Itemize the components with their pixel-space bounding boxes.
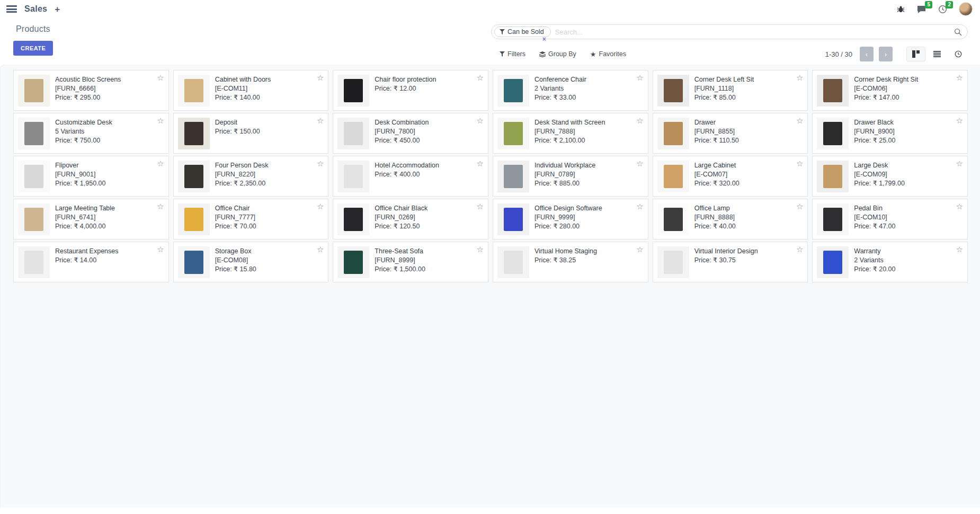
search-bar[interactable]: Can be Sold ×: [491, 24, 968, 39]
product-card[interactable]: Office Chair Black [FURN_0269] Price: ₹ …: [333, 199, 488, 240]
product-price: Price: ₹ 12.00: [375, 84, 436, 93]
product-card[interactable]: Virtual Interior Design Price: ₹ 30.75 ☆: [653, 242, 808, 282]
product-name: Four Person Desk: [215, 161, 269, 170]
favorite-star-icon[interactable]: ☆: [157, 245, 164, 253]
product-card[interactable]: Deposit Price: ₹ 150.00 ☆: [173, 113, 329, 154]
view-switcher-list[interactable]: [928, 47, 947, 61]
favorite-star-icon[interactable]: ☆: [317, 159, 324, 167]
product-card[interactable]: Individual Workplace [FURN_0789] Price: …: [493, 156, 648, 197]
product-card[interactable]: Conference Chair 2 Variants Price: ₹ 33.…: [493, 70, 648, 111]
favorite-star-icon[interactable]: ☆: [477, 74, 484, 82]
product-price: Price: ₹ 120.50: [375, 222, 427, 231]
favorite-star-icon[interactable]: ☆: [317, 245, 324, 253]
product-code: [FURN_0269]: [375, 213, 427, 222]
search-facet-can-be-sold[interactable]: Can be Sold ×: [494, 26, 551, 37]
pager-previous-button[interactable]: ‹: [860, 47, 874, 61]
search-input[interactable]: [555, 28, 951, 36]
favorite-star-icon[interactable]: ☆: [477, 159, 484, 167]
product-card[interactable]: Drawer [FURN_8855] Price: ₹ 110.50 ☆: [653, 113, 808, 154]
product-image: [337, 246, 369, 278]
favorite-star-icon[interactable]: ☆: [636, 202, 643, 210]
debug-bug-icon[interactable]: [897, 5, 905, 13]
view-switcher-activity[interactable]: [949, 47, 968, 61]
product-image: [817, 246, 849, 278]
view-switcher-kanban[interactable]: [906, 47, 925, 61]
favorite-star-icon[interactable]: ☆: [956, 245, 963, 253]
activities-clock-icon[interactable]: 2: [938, 5, 947, 14]
favorite-star-icon[interactable]: ☆: [317, 74, 324, 82]
favorite-star-icon[interactable]: ☆: [956, 159, 963, 167]
product-card[interactable]: Four Person Desk [FURN_8220] Price: ₹ 2,…: [173, 156, 329, 197]
product-card[interactable]: Large Meeting Table [FURN_6741] Price: ₹…: [13, 199, 169, 240]
product-card[interactable]: Large Cabinet [E-COM07] Price: ₹ 320.00 …: [653, 156, 808, 197]
favorite-star-icon[interactable]: ☆: [636, 245, 643, 253]
create-button[interactable]: CREATE: [13, 41, 53, 56]
product-card[interactable]: Customizable Desk 5 Variants Price: ₹ 75…: [13, 113, 169, 154]
favorite-star-icon[interactable]: ☆: [477, 202, 484, 210]
new-tab-button[interactable]: +: [55, 5, 60, 14]
product-price: Price: ₹ 140.00: [215, 93, 271, 102]
product-card[interactable]: Three-Seat Sofa [FURN_8999] Price: ₹ 1,5…: [333, 242, 488, 282]
favorite-star-icon[interactable]: ☆: [796, 245, 803, 253]
product-image: [817, 118, 849, 149]
product-image: [178, 118, 210, 149]
product-card[interactable]: Office Design Software [FURN_9999] Price…: [493, 199, 648, 240]
product-card[interactable]: Flipover [FURN_9001] Price: ₹ 1,950.00 ☆: [13, 156, 169, 197]
favorite-star-icon[interactable]: ☆: [157, 74, 164, 82]
group-by-button[interactable]: Group By: [539, 50, 576, 58]
favorites-button[interactable]: ★ Favorites: [590, 50, 626, 58]
product-card[interactable]: Storage Box [E-COM08] Price: ₹ 15.80 ☆: [173, 242, 329, 282]
favorite-star-icon[interactable]: ☆: [636, 117, 643, 125]
favorite-star-icon[interactable]: ☆: [477, 117, 484, 125]
favorite-star-icon[interactable]: ☆: [317, 117, 324, 125]
favorite-star-icon[interactable]: ☆: [157, 202, 164, 210]
favorite-star-icon[interactable]: ☆: [477, 245, 484, 253]
product-card[interactable]: Virtual Home Staging Price: ₹ 38.25 ☆: [493, 242, 648, 282]
product-card[interactable]: Large Desk [E-COM09] Price: ₹ 1,799.00 ☆: [812, 156, 968, 197]
favorite-star-icon[interactable]: ☆: [157, 159, 164, 167]
user-avatar[interactable]: [959, 2, 973, 16]
favorite-star-icon[interactable]: ☆: [636, 159, 643, 167]
app-name[interactable]: Sales: [24, 4, 47, 14]
product-image: [178, 246, 210, 278]
product-card[interactable]: Desk Combination [FURN_7800] Price: ₹ 45…: [333, 113, 488, 154]
favorite-star-icon[interactable]: ☆: [796, 117, 803, 125]
favorite-star-icon[interactable]: ☆: [796, 202, 803, 210]
favorite-star-icon[interactable]: ☆: [956, 202, 963, 210]
favorite-star-icon[interactable]: ☆: [956, 117, 963, 125]
kanban-content-area: Acoustic Bloc Screens [FURN_6666] Price:…: [0, 65, 980, 508]
apps-menu-icon[interactable]: [6, 5, 17, 13]
product-card[interactable]: Corner Desk Left Sit [FURN_1118] Price: …: [653, 70, 808, 111]
messages-icon[interactable]: 5: [916, 5, 926, 14]
product-name: Hotel Accommodation: [375, 161, 439, 170]
product-card[interactable]: Office Lamp [FURN_8888] Price: ₹ 40.00 ☆: [653, 199, 808, 240]
favorite-star-icon[interactable]: ☆: [796, 159, 803, 167]
pager-next-button[interactable]: ›: [879, 47, 893, 61]
product-card[interactable]: Pedal Bin [E-COM10] Price: ₹ 47.00 ☆: [812, 199, 968, 240]
facet-close-icon[interactable]: ×: [542, 36, 546, 43]
product-card[interactable]: Drawer Black [FURN_8900] Price: ₹ 25.00 …: [812, 113, 968, 154]
search-icon[interactable]: [954, 28, 962, 36]
product-code: [FURN_7800]: [375, 127, 429, 136]
product-card[interactable]: Cabinet with Doors [E-COM11] Price: ₹ 14…: [173, 70, 329, 111]
product-card[interactable]: Office Chair [FURN_7777] Price: ₹ 70.00 …: [173, 199, 329, 240]
product-price: Price: ₹ 40.00: [694, 222, 736, 231]
product-image: [497, 161, 529, 192]
favorite-star-icon[interactable]: ☆: [956, 74, 963, 82]
product-price: Price: ₹ 320.00: [694, 179, 740, 188]
filters-button[interactable]: Filters: [500, 50, 525, 58]
favorite-star-icon[interactable]: ☆: [796, 74, 803, 82]
product-name: Virtual Interior Design: [694, 247, 758, 256]
product-name: Office Chair: [215, 204, 256, 213]
product-card[interactable]: Desk Stand with Screen [FURN_7888] Price…: [493, 113, 648, 154]
product-price: Price: ₹ 2,350.00: [215, 179, 269, 188]
product-card[interactable]: Hotel Accommodation Price: ₹ 400.00 ☆: [333, 156, 488, 197]
favorite-star-icon[interactable]: ☆: [317, 202, 324, 210]
product-card[interactable]: Corner Desk Right Sit [E-COM06] Price: ₹…: [812, 70, 968, 111]
favorite-star-icon[interactable]: ☆: [157, 117, 164, 125]
product-card[interactable]: Chair floor protection Price: ₹ 12.00 ☆: [333, 70, 488, 111]
product-card[interactable]: Restaurant Expenses Price: ₹ 14.00 ☆: [13, 242, 169, 282]
product-card[interactable]: Acoustic Bloc Screens [FURN_6666] Price:…: [13, 70, 169, 111]
favorite-star-icon[interactable]: ☆: [636, 74, 643, 82]
product-card[interactable]: Warranty 2 Variants Price: ₹ 20.00 ☆: [812, 242, 968, 282]
